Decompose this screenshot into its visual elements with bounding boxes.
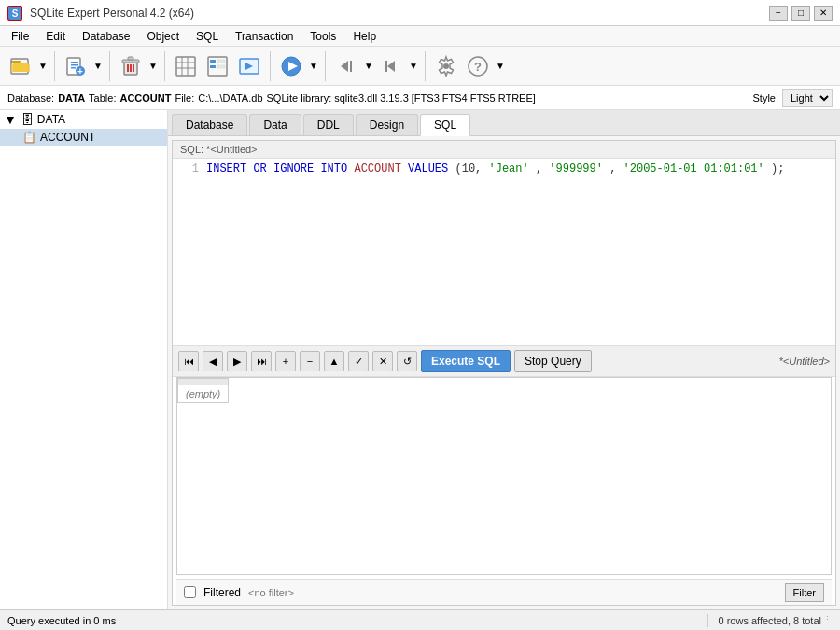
- filtered-checkbox[interactable]: [184, 586, 196, 598]
- svg-point-36: [443, 63, 449, 69]
- stop-query-button[interactable]: Stop Query: [514, 350, 592, 372]
- execute-sql-button[interactable]: Execute SQL: [421, 350, 511, 372]
- toolbar-help-button[interactable]: ?: [463, 51, 493, 81]
- toolbar-grid-button[interactable]: [171, 51, 201, 81]
- resize-grip[interactable]: ⋮: [821, 614, 833, 626]
- sql-values: (10,: [455, 162, 482, 175]
- table-label: Table:: [89, 92, 116, 104]
- style-label: Style:: [752, 92, 778, 104]
- table-name: ACCOUNT: [119, 92, 171, 104]
- close-button[interactable]: ✕: [814, 6, 833, 21]
- sql-add-btn[interactable]: +: [275, 351, 296, 371]
- toolbar-form-button[interactable]: [203, 51, 232, 81]
- toolbar-delete-dropdown[interactable]: ▼: [147, 51, 159, 81]
- menu-sql[interactable]: SQL: [189, 28, 226, 45]
- menu-database[interactable]: Database: [75, 28, 137, 45]
- table-icon: 📋: [22, 131, 36, 144]
- toolbar-first-dropdown[interactable]: ▼: [363, 51, 374, 81]
- toolbar-open-button[interactable]: [6, 51, 35, 81]
- toolbar-run-dropdown[interactable]: ▼: [308, 51, 319, 81]
- window-title: SQLite Expert Personal 4.2 (x64): [30, 7, 762, 20]
- sql-nav-last[interactable]: ⏭: [251, 351, 272, 371]
- sql-delete-btn[interactable]: −: [300, 351, 320, 371]
- restore-button[interactable]: □: [791, 6, 810, 21]
- status-left-text: Query executed in 0 ms: [7, 615, 700, 626]
- sql-nav-next[interactable]: ▶: [227, 351, 247, 371]
- sql-editor[interactable]: 1 INSERT OR IGNORE INTO ACCOUNT VALUES (…: [173, 159, 835, 345]
- sql-toolbar: ⏮ ◀ ▶ ⏭ + − ▲ ✓ ✕ ↺ Execute SQL Stop Que…: [173, 345, 835, 377]
- toolbar-help-dropdown[interactable]: ▼: [495, 51, 506, 81]
- menu-edit[interactable]: Edit: [38, 28, 73, 45]
- sql-panel: SQL: *<Untitled> 1 INSERT OR IGNORE INTO…: [172, 140, 836, 606]
- toolbar-prev-button[interactable]: [376, 51, 406, 81]
- window-controls: − □ ✕: [769, 6, 833, 21]
- toolbar-delete-button[interactable]: [116, 51, 146, 81]
- toolbar-first-button[interactable]: [331, 51, 361, 81]
- result-header: [178, 379, 229, 385]
- toolbar-group-file: ▼: [6, 51, 55, 81]
- filter-bar: Filtered <no filter> Filter: [176, 579, 832, 605]
- db-name: DATA: [58, 92, 85, 104]
- sidebar-item-data[interactable]: ▼ 🗄 DATA: [0, 110, 167, 129]
- filter-button[interactable]: Filter: [785, 583, 824, 602]
- line-number-1: 1: [180, 162, 199, 175]
- svg-marker-34: [387, 61, 395, 72]
- toolbar-group-new: + ▼: [61, 51, 110, 81]
- filter-placeholder: <no filter>: [248, 587, 777, 598]
- toolbar-new-dropdown[interactable]: ▼: [92, 51, 104, 81]
- status-divider: [707, 614, 711, 627]
- toolbar-group-view: [171, 51, 271, 81]
- result-area: (empty): [176, 377, 832, 575]
- toolbar: ▼ + ▼ ▼ ▼ ▼ ▼: [0, 47, 840, 86]
- toolbar-group-delete: ▼: [116, 51, 165, 81]
- sql-refresh-btn[interactable]: ↺: [397, 351, 417, 371]
- svg-text:+: +: [77, 66, 83, 77]
- sidebar: ▼ 🗄 DATA 📋 ACCOUNT: [0, 110, 168, 609]
- svg-rect-26: [210, 65, 216, 68]
- file-path: C:\...\DATA.db: [198, 92, 262, 104]
- toolbar-open-dropdown[interactable]: ▼: [37, 51, 49, 81]
- tab-ddl[interactable]: DDL: [303, 114, 354, 135]
- minimize-button[interactable]: −: [769, 6, 788, 21]
- menu-help[interactable]: Help: [345, 28, 384, 45]
- style-select[interactable]: Light Dark Blue: [782, 89, 833, 107]
- sql-keyword-insert: INSERT OR IGNORE INTO: [206, 162, 347, 175]
- menu-transaction[interactable]: Transaction: [228, 28, 301, 45]
- sql-check-btn[interactable]: ✓: [348, 351, 369, 371]
- tab-database[interactable]: Database: [172, 114, 247, 135]
- toolbar-group-execute: ▼: [276, 51, 326, 81]
- toolbar-prev-dropdown[interactable]: ▼: [408, 51, 419, 81]
- sql-nav-first[interactable]: ⏮: [178, 351, 199, 371]
- svg-marker-32: [341, 61, 348, 72]
- svg-rect-33: [350, 61, 352, 72]
- sql-keyword-values: VALUES: [408, 162, 448, 175]
- sqlite-info: SQLite library: sqlite3.dll 3.19.3 [FTS3…: [267, 92, 536, 104]
- svg-rect-9: [71, 67, 76, 69]
- sql-string-3: '2005-01-01 01:01:01': [623, 162, 764, 175]
- menu-file[interactable]: File: [4, 28, 36, 45]
- toolbar-run-button[interactable]: [276, 51, 306, 81]
- sql-up-btn[interactable]: ▲: [324, 351, 344, 371]
- titlebar: S SQLite Expert Personal 4.2 (x64) − □ ✕: [0, 0, 840, 26]
- sql-cancel-btn[interactable]: ✕: [372, 351, 393, 371]
- svg-rect-25: [217, 60, 225, 63]
- toolbar-new-button[interactable]: +: [61, 51, 91, 81]
- db-label: Database:: [7, 92, 54, 104]
- expand-icon: ▼: [4, 112, 17, 127]
- sql-line-1: 1 INSERT OR IGNORE INTO ACCOUNT VALUES (…: [180, 162, 828, 175]
- status-right-text: 0 rows affected, 8 total: [719, 615, 821, 626]
- toolbar-export-button[interactable]: [234, 51, 264, 81]
- sidebar-item-account[interactable]: 📋 ACCOUNT: [0, 129, 167, 146]
- tab-sql[interactable]: SQL: [420, 114, 470, 136]
- tab-design[interactable]: Design: [356, 114, 418, 135]
- sql-nav-prev[interactable]: ◀: [203, 351, 223, 371]
- menu-tools[interactable]: Tools: [302, 28, 343, 45]
- toolbar-group-nav: ▼ ▼: [331, 51, 426, 81]
- sidebar-db-label: DATA: [37, 113, 65, 126]
- menu-object[interactable]: Object: [139, 28, 187, 45]
- result-col-empty: [178, 379, 229, 385]
- svg-text:?: ?: [474, 60, 482, 74]
- tab-data[interactable]: Data: [249, 114, 301, 135]
- table-row: (empty): [178, 385, 229, 403]
- toolbar-settings-button[interactable]: [431, 51, 461, 81]
